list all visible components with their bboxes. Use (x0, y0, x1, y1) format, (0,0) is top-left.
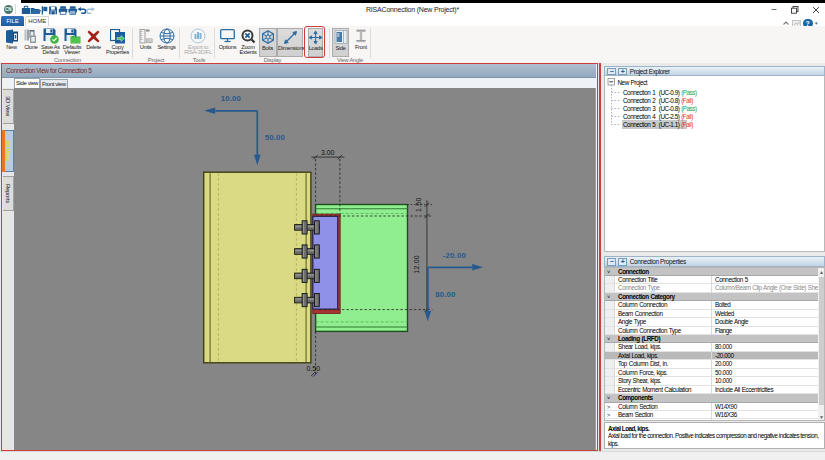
svg-text:0.50: 0.50 (307, 365, 321, 372)
svg-text:80.00: 80.00 (435, 290, 456, 299)
svg-text:-20.00: -20.00 (443, 251, 467, 260)
svg-text:1.50: 1.50 (415, 197, 422, 212)
svg-text:10.00: 10.00 (221, 94, 242, 103)
svg-text:3.00: 3.00 (321, 148, 335, 155)
svg-text:12.00: 12.00 (413, 255, 420, 274)
svg-text:50.00: 50.00 (265, 133, 286, 142)
